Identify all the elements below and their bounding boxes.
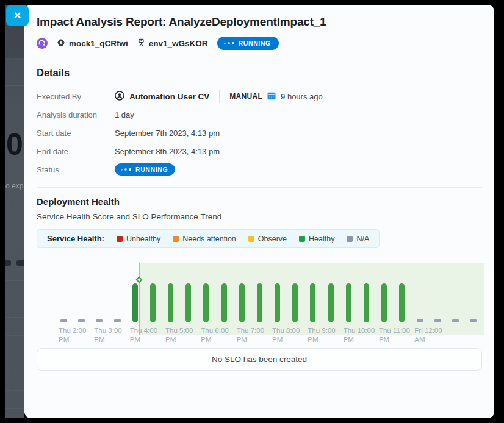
deployment-health-heading: Deployment Health <box>37 196 482 207</box>
chart-slot[interactable] <box>447 263 464 322</box>
running-dots-icon <box>224 42 234 44</box>
legend-item-healthy: Healthy <box>299 235 334 243</box>
deployment-health-subtitle: Service Health Score and SLO Performance… <box>37 212 482 221</box>
environment-link[interactable]: env1_wGsKOR <box>137 38 208 49</box>
chart-slots <box>55 263 482 322</box>
status-badge: RUNNING <box>217 37 279 50</box>
chart-slot[interactable] <box>162 263 179 322</box>
deployment-health-section: Deployment Health Service Health Score a… <box>24 188 494 371</box>
legend-items: UnhealthyNeeds attentionObserveHealthyN/… <box>117 235 369 243</box>
background-big-number: 0 <box>6 129 23 160</box>
chart-slot[interactable] <box>55 263 73 322</box>
chart-slot[interactable] <box>322 263 340 322</box>
close-button[interactable]: ✕ <box>6 5 29 26</box>
executed-time: 9 hours ago <box>281 92 323 101</box>
executed-by-label: Executed By <box>37 92 115 101</box>
chart-slot[interactable] <box>464 263 482 322</box>
background-partial-text: To exp <box>5 182 23 190</box>
end-date-value: September 8th 2023, 4:13 pm <box>115 147 220 156</box>
pipeline-link[interactable]: mock1_qCRfwi <box>57 38 128 49</box>
chart-slot[interactable] <box>197 263 215 322</box>
na-bar <box>114 319 121 322</box>
start-date-row: Start date September 7th 2023, 4:13 pm <box>37 124 482 142</box>
axis-tick-label: Thu 8:00PM <box>272 326 308 344</box>
dimmed-background-page: 0 To exp <box>5 5 24 418</box>
na-bar <box>434 319 441 322</box>
axis-tick-label: Thu 9:00PM <box>308 326 343 344</box>
chart-slot[interactable] <box>411 263 428 322</box>
healthy-bar <box>328 283 334 322</box>
legend-item-needs-attention: Needs attention <box>173 235 236 243</box>
legend-swatch-icon <box>173 236 179 242</box>
start-date-value: September 7th 2023, 4:13 pm <box>115 129 220 138</box>
analysis-duration-row: Analysis duration 1 day <box>37 105 482 124</box>
impact-analysis-modal: Impact Analysis Report: AnalyzeDeploymen… <box>24 5 494 418</box>
pipeline-icon <box>37 38 48 49</box>
healthy-bar <box>275 283 280 322</box>
axis-tick-label <box>450 326 486 344</box>
na-bar <box>96 319 103 322</box>
status-value-label: RUNNING <box>135 166 168 173</box>
axis-tick-label: Thu 3:00PM <box>94 326 129 344</box>
chart-slot[interactable] <box>179 263 197 322</box>
na-bar <box>78 319 85 322</box>
legend-item-label: Healthy <box>309 235 334 243</box>
chart-slot[interactable] <box>251 263 268 322</box>
chart-slot[interactable] <box>90 263 108 322</box>
chart-axis-labels: Thu 2:00PMThu 3:00PMThu 4:00PMThu 5:00PM… <box>59 326 486 344</box>
chart-slot[interactable] <box>340 263 358 322</box>
pipeline-name: mock1_qCRfwi <box>69 39 128 48</box>
trigger-type: MANUAL <box>229 92 262 101</box>
details-heading: Details <box>37 67 482 79</box>
modal-header: Impact Analysis Report: AnalyzeDeploymen… <box>24 5 494 59</box>
analysis-duration-label: Analysis duration <box>37 110 115 119</box>
healthy-bar <box>310 283 315 322</box>
healthy-bar <box>221 283 227 322</box>
chart-slot[interactable] <box>233 263 251 322</box>
chart-slot[interactable] <box>215 263 233 322</box>
healthy-bar <box>346 283 351 322</box>
chart-slot[interactable] <box>393 263 411 322</box>
legend-title: Service Health: <box>47 234 104 243</box>
healthy-bar <box>292 283 298 322</box>
executed-by-user: Automation User CV <box>129 92 209 101</box>
chart-slot[interactable] <box>429 263 447 322</box>
legend-swatch-icon <box>299 236 305 242</box>
gear-icon <box>57 38 65 49</box>
chart-slot[interactable] <box>126 263 144 322</box>
legend-item-label: N/A <box>356 235 369 243</box>
executed-by-row: Executed By Automation User CV MANUAL 9 … <box>37 87 482 105</box>
chart-slot[interactable] <box>375 263 393 322</box>
legend-item-label: Observe <box>258 235 287 243</box>
running-dots-icon <box>121 168 131 171</box>
axis-tick-label: Thu 10:00PM <box>344 326 379 344</box>
na-bar <box>417 319 423 322</box>
healthy-bar <box>399 283 405 322</box>
chart-slot[interactable] <box>144 263 162 322</box>
legend-item-label: Needs attention <box>182 235 236 243</box>
axis-tick-label: Thu 6:00PM <box>201 326 236 344</box>
axis-tick-label: Thu 11:00PM <box>379 326 414 344</box>
chart-slot[interactable] <box>358 263 375 322</box>
background-table-rows <box>5 280 24 418</box>
healthy-bar <box>168 283 173 322</box>
healthy-bar <box>185 283 191 322</box>
chart-slot[interactable] <box>73 263 90 322</box>
legend-swatch-icon <box>347 236 353 242</box>
na-bar <box>452 319 459 322</box>
chart-slot[interactable] <box>304 263 322 322</box>
axis-tick-label: Fri 12:00AM <box>414 326 450 344</box>
axis-tick-label: Thu 2:00PM <box>59 326 94 344</box>
environment-name: env1_wGsKOR <box>149 39 208 48</box>
healthy-bar <box>203 283 209 322</box>
chart-slot[interactable] <box>286 263 304 322</box>
healthy-bar <box>132 283 138 322</box>
healthy-bar <box>364 283 369 322</box>
chart-slot[interactable] <box>109 263 126 322</box>
healthy-bar <box>257 283 262 322</box>
axis-tick-label: Thu 4:00PM <box>130 326 165 344</box>
chart-slot[interactable] <box>268 263 286 322</box>
user-icon <box>115 91 124 102</box>
background-divider <box>5 85 24 86</box>
slo-empty-message: No SLO has been created <box>37 348 482 371</box>
